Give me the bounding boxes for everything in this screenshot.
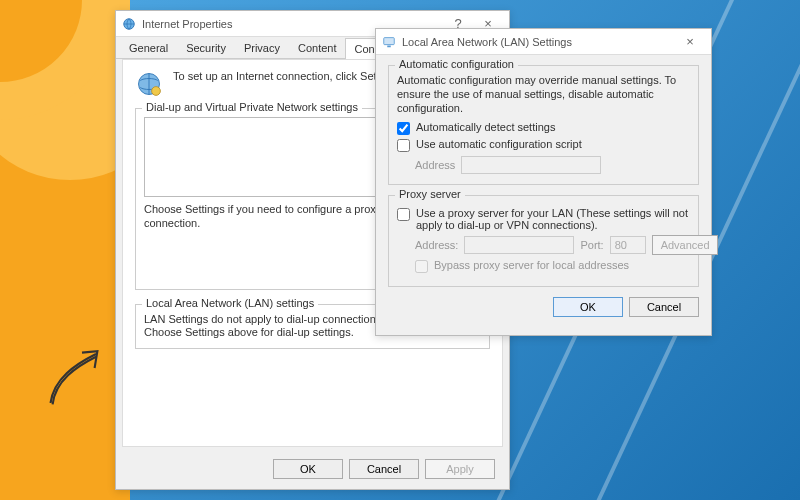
cancel-button[interactable]: Cancel [629,297,699,317]
script-address-input [461,156,601,174]
use-proxy-checkbox[interactable]: Use a proxy server for your LAN (These s… [397,207,690,231]
dialog-buttons: OK Cancel Apply [273,459,495,479]
auto-detect-input[interactable] [397,122,410,135]
auto-script-checkbox[interactable]: Use automatic configuration script [397,138,690,152]
cancel-button[interactable]: Cancel [349,459,419,479]
close-button[interactable]: × [675,34,705,49]
tab-general[interactable]: General [120,37,177,58]
svg-rect-3 [384,37,395,44]
ok-button[interactable]: OK [553,297,623,317]
svg-point-2 [152,87,161,96]
auto-detect-checkbox[interactable]: Automatically detect settings [397,121,690,135]
decorative-arrow-icon [40,340,110,410]
auto-legend: Automatic configuration [395,58,518,70]
bypass-checkbox: Bypass proxy server for local addresses [415,259,690,273]
window-title: Local Area Network (LAN) Settings [402,36,572,48]
proxy-address-input [464,236,574,254]
auto-desc: Automatic configuration may override man… [397,74,690,115]
advanced-button[interactable]: Advanced [652,235,718,255]
ok-button[interactable]: OK [273,459,343,479]
apply-button[interactable]: Apply [425,459,495,479]
script-address-label: Address [415,159,455,171]
globe-icon [135,70,163,98]
automatic-config-group: Automatic configuration Automatic config… [388,65,699,185]
titlebar[interactable]: Local Area Network (LAN) Settings × [376,29,711,55]
window-title: Internet Properties [142,18,233,30]
svg-rect-4 [387,45,391,47]
use-proxy-input[interactable] [397,208,410,221]
dialup-legend: Dial-up and Virtual Private Network sett… [142,101,362,113]
proxy-server-group: Proxy server Use a proxy server for your… [388,195,699,287]
proxy-port-input [610,236,646,254]
proxy-legend: Proxy server [395,188,465,200]
lan-settings-dialog: Local Area Network (LAN) Settings × Auto… [375,28,712,336]
proxy-address-label: Address: [415,239,458,251]
bypass-input [415,260,428,273]
dialog-buttons: OK Cancel [388,297,699,317]
internet-options-icon [122,17,136,31]
network-icon [382,35,396,49]
tab-security[interactable]: Security [177,37,235,58]
lan-legend: Local Area Network (LAN) settings [142,297,318,309]
proxy-port-label: Port: [580,239,603,251]
setup-instruction: To set up an Internet connection, click … [173,70,392,98]
lan-caption: LAN Settings do not apply to dial-up con… [144,313,393,341]
tab-privacy[interactable]: Privacy [235,37,289,58]
tab-content[interactable]: Content [289,37,346,58]
connections-listbox[interactable] [144,117,403,197]
auto-script-input[interactable] [397,139,410,152]
